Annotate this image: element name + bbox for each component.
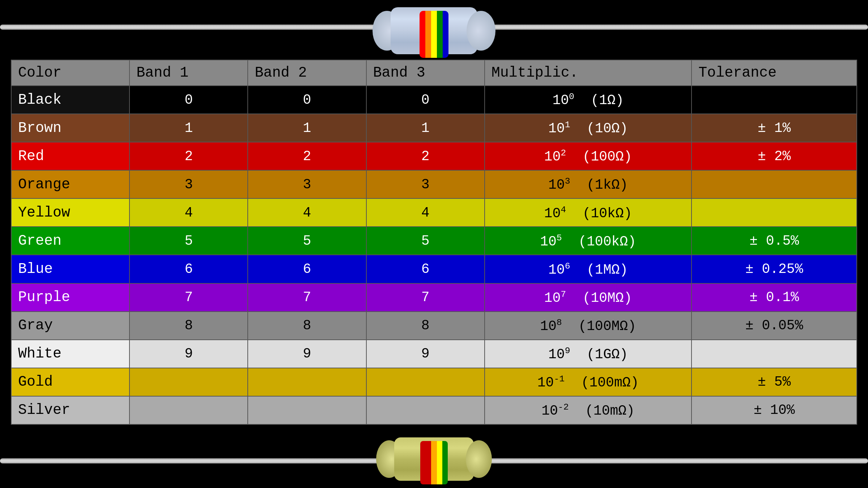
color-name-cell: Black	[11, 86, 129, 114]
band1-cell	[129, 368, 248, 396]
resistor-band	[420, 11, 425, 58]
band2-cell: 1	[248, 114, 366, 142]
band3-cell	[366, 368, 485, 396]
tolerance-cell	[692, 170, 857, 198]
col-color: Color	[11, 60, 129, 86]
multiplier-cell: 10-2 (10mΩ)	[485, 396, 692, 424]
band2-cell	[248, 368, 366, 396]
color-name-cell: Yellow	[11, 198, 129, 227]
table-row: Blue666106 (1MΩ)± 0.25%	[11, 255, 857, 283]
resistor-band	[431, 11, 437, 58]
color-name-cell: Purple	[11, 283, 129, 312]
resistor-band	[420, 441, 426, 484]
band1-cell: 7	[129, 283, 248, 312]
col-mult: Multiplic.	[485, 60, 692, 86]
band1-cell: 1	[129, 114, 248, 142]
band3-cell: 9	[366, 340, 485, 368]
tolerance-cell: ± 0.1%	[692, 283, 857, 312]
band2-cell	[248, 396, 366, 424]
band3-cell: 1	[366, 114, 485, 142]
multiplier-cell: 10-1 (100mΩ)	[485, 368, 692, 396]
resistor-band	[437, 11, 443, 58]
bands-top	[420, 11, 448, 58]
tolerance-cell: ± 0.05%	[692, 312, 857, 340]
multiplier-cell: 100 (1Ω)	[485, 86, 692, 114]
tolerance-cell: ± 5%	[692, 368, 857, 396]
band1-cell: 6	[129, 255, 248, 283]
band2-cell: 9	[248, 340, 366, 368]
band2-cell: 5	[248, 227, 366, 255]
tolerance-cell: ± 0.25%	[692, 255, 857, 283]
header-row: Color Band 1 Band 2 Band 3 Multiplic. To…	[11, 60, 857, 86]
band1-cell: 9	[129, 340, 248, 368]
band2-cell: 8	[248, 312, 366, 340]
multiplier-cell: 106 (1MΩ)	[485, 255, 692, 283]
band2-cell: 4	[248, 198, 366, 227]
color-name-cell: Gray	[11, 312, 129, 340]
band1-cell	[129, 396, 248, 424]
band3-cell	[366, 396, 485, 424]
band3-cell: 5	[366, 227, 485, 255]
cap-right-top	[467, 11, 495, 51]
resistor-band	[426, 441, 431, 484]
multiplier-cell: 108 (100MΩ)	[485, 312, 692, 340]
table-body: Black000100 (1Ω)Brown111101 (10Ω)± 1%Red…	[11, 86, 857, 424]
band3-cell: 8	[366, 312, 485, 340]
tolerance-cell: ± 1%	[692, 114, 857, 142]
multiplier-cell: 109 (1GΩ)	[485, 340, 692, 368]
band3-cell: 4	[366, 198, 485, 227]
table-row: Black000100 (1Ω)	[11, 86, 857, 114]
table-row: Yellow444104 (10kΩ)	[11, 198, 857, 227]
color-name-cell: Green	[11, 227, 129, 255]
color-name-cell: Silver	[11, 396, 129, 424]
band1-cell: 0	[129, 86, 248, 114]
table-row: Green555105 (100kΩ)± 0.5%	[11, 227, 857, 255]
band3-cell: 2	[366, 142, 485, 170]
resistor-band	[442, 441, 448, 484]
band1-cell: 3	[129, 170, 248, 198]
cap-right-bottom	[466, 440, 492, 478]
col-band1: Band 1	[129, 60, 248, 86]
band1-cell: 5	[129, 227, 248, 255]
band3-cell: 6	[366, 255, 485, 283]
tolerance-cell: ± 10%	[692, 396, 857, 424]
table-row: Silver10-2 (10mΩ)± 10%	[11, 396, 857, 424]
resistor-band	[437, 441, 442, 484]
band1-cell: 4	[129, 198, 248, 227]
color-name-cell: White	[11, 340, 129, 368]
table-row: Red222102 (100Ω)± 2%	[11, 142, 857, 170]
band1-cell: 8	[129, 312, 248, 340]
band1-cell: 2	[129, 142, 248, 170]
band2-cell: 3	[248, 170, 366, 198]
table-row: White999109 (1GΩ)	[11, 340, 857, 368]
col-band3: Band 3	[366, 60, 485, 86]
bands-bottom	[420, 441, 448, 484]
tolerance-cell: ± 0.5%	[692, 227, 857, 255]
band2-cell: 2	[248, 142, 366, 170]
band2-cell: 7	[248, 283, 366, 312]
multiplier-cell: 103 (1kΩ)	[485, 170, 692, 198]
tolerance-cell	[692, 198, 857, 227]
multiplier-cell: 102 (100Ω)	[485, 142, 692, 170]
resistor-band	[431, 441, 437, 484]
resistor-color-table: Color Band 1 Band 2 Band 3 Multiplic. To…	[11, 60, 857, 425]
table-row: Gold10-1 (100mΩ)± 5%	[11, 368, 857, 396]
multiplier-cell: 107 (10MΩ)	[485, 283, 692, 312]
tolerance-cell	[692, 86, 857, 114]
resistor-bottom	[376, 434, 492, 484]
body-top	[391, 7, 477, 54]
table-container: Color Band 1 Band 2 Band 3 Multiplic. To…	[11, 60, 857, 425]
color-name-cell: Red	[11, 142, 129, 170]
table-row: Orange333103 (1kΩ)	[11, 170, 857, 198]
table-row: Brown111101 (10Ω)± 1%	[11, 114, 857, 142]
multiplier-cell: 104 (10kΩ)	[485, 198, 692, 227]
tolerance-cell	[692, 340, 857, 368]
band3-cell: 3	[366, 170, 485, 198]
color-name-cell: Gold	[11, 368, 129, 396]
color-name-cell: Brown	[11, 114, 129, 142]
resistor-band	[425, 11, 431, 58]
resistor-band	[443, 11, 448, 58]
col-tolerance: Tolerance	[692, 60, 857, 86]
band2-cell: 0	[248, 86, 366, 114]
band3-cell: 7	[366, 283, 485, 312]
